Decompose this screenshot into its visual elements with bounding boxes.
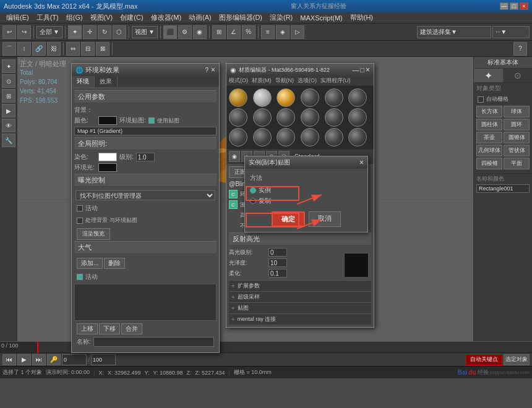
pyramid-btn[interactable]: 四棱锥 [476,158,502,169]
auto-key-btn[interactable]: 自动关键点 [466,354,502,365]
prev-frame-btn[interactable]: ⏮ [2,354,16,365]
render-setup-btn[interactable]: ⚙ [178,25,192,39]
sphere-15[interactable] [277,128,295,147]
selection-filter[interactable]: 建筑选择集▼ [417,26,491,38]
env-dialog-help[interactable]: ? [205,67,208,74]
select-btn[interactable]: ✦ [68,25,82,39]
add-atm-btn[interactable]: 添加... [77,258,103,269]
geo-sphere-btn[interactable]: 几何球体 [476,145,502,156]
instance-close[interactable]: × [359,158,364,167]
time-input[interactable]: 0 [62,354,87,365]
create-tool[interactable]: ✦ [2,59,15,73]
percent-snap-btn[interactable]: % [242,25,255,39]
diffuse-c-btn[interactable]: C [229,200,238,209]
sphere-10[interactable] [301,108,319,127]
maximize-btn[interactable]: □ [510,2,518,10]
name-input[interactable] [93,337,214,347]
extra-btn1[interactable]: ◈ [276,25,290,39]
sphere-5[interactable] [325,88,343,107]
select-all-dropdown[interactable]: 全部 ▼ [36,26,62,38]
play-btn[interactable]: ▶ [17,354,31,365]
menu-item-group[interactable]: 组(G) [62,12,87,23]
env-tab-effects[interactable]: 效果 [95,76,118,87]
list-area[interactable] [74,284,217,321]
sphere-18[interactable] [348,128,367,147]
create-tab[interactable]: ✦ [474,69,504,82]
glossiness-val[interactable] [268,258,287,267]
display-tool[interactable]: 👁 [2,119,15,132]
align-btn[interactable]: ⊟ [81,42,95,56]
menu-item-view[interactable]: 视图(V) [87,12,117,23]
expand-4[interactable]: + mental ray 连接 [229,314,371,325]
close-btn[interactable]: × [520,2,528,10]
tint-swatch[interactable] [98,153,117,161]
material-editor-btn[interactable]: ◉ [193,25,207,39]
sphere-6[interactable] [348,88,367,107]
unlink-btn[interactable]: ⛓ [47,42,61,56]
link-btn[interactable]: 🔗 [32,42,46,56]
down-btn[interactable]: 下移 [99,323,120,334]
expand-3[interactable]: + 贴图 [229,303,371,314]
plane-btn[interactable]: 平面 [504,158,530,169]
confirm-btn[interactable]: 确定 [272,211,305,227]
box-btn[interactable]: 长方体 [476,106,502,117]
torus-btn[interactable]: 圆环 [504,119,530,130]
active2-checkbox[interactable] [77,274,83,280]
env-tab-environment[interactable]: 环境 [72,76,95,87]
modify-tab[interactable]: ⊙ [504,69,533,82]
sphere-13[interactable] [229,128,247,147]
undo-btn[interactable]: ↩ [2,25,16,39]
menu-item-graph[interactable]: 图形编辑器(D) [215,12,266,23]
env-dialog-close[interactable]: × [211,66,215,74]
process-bg-checkbox[interactable] [77,218,83,224]
level-input[interactable] [136,153,155,161]
mat-editor-close[interactable]: × [366,66,370,74]
help-btn[interactable]: ? [513,42,527,56]
menu-item-edit[interactable]: 编辑(E) [2,12,33,23]
space-btn[interactable]: ⊠ [96,42,109,56]
modify-tool[interactable]: ⊙ [2,74,15,88]
scale-btn[interactable]: ⬡ [113,25,126,39]
menu-item-maxscript[interactable]: MAXScript(M) [296,14,346,22]
sphere-16[interactable] [301,128,319,147]
menu-item-create[interactable]: 创建(C) [116,12,147,23]
motion-tool[interactable]: ▶ [2,104,15,117]
mirror-btn[interactable]: ⇔ [66,42,80,56]
redo-btn[interactable]: ↪ [17,25,31,39]
bg-color-swatch[interactable] [98,116,117,125]
angle-snap-btn[interactable]: ∠ [227,25,241,39]
utility-tool[interactable]: 🔧 [2,134,15,147]
menu-item-modifier[interactable]: 修改器(M) [147,12,186,23]
spec-level-val[interactable] [268,248,287,257]
selected-obj-btn[interactable]: 选定对象 [504,354,530,365]
soften-val[interactable] [268,269,287,278]
sphere-17[interactable] [325,128,343,147]
mat-menu-nav[interactable]: 导航(N) [275,77,294,85]
copy-radio[interactable] [250,198,256,204]
move-type-btn[interactable]: ↕ [17,42,31,56]
menu-item-render[interactable]: 渲染(R) [266,12,296,23]
obj-name-field[interactable]: Rectangle001 [476,184,530,193]
mat-menu-utility[interactable]: 实用程序(U) [320,77,351,85]
snap-btn[interactable]: ⊞ [212,25,226,39]
viewport-dropdown[interactable]: 视图 ▼ [132,26,158,38]
instance-radio[interactable] [250,187,256,193]
sphere-7[interactable] [229,108,247,127]
merge-btn[interactable]: 合并 [121,323,142,334]
sphere-3[interactable] [277,88,295,107]
sphere-btn[interactable]: 球体 [504,106,530,117]
sphere-2[interactable] [253,88,272,107]
cylinder-btn[interactable]: 圆柱体 [476,119,502,130]
key-mode-btn[interactable]: 🔑 [47,354,61,365]
sphere-12[interactable] [348,108,367,127]
up-btn[interactable]: 上移 [77,323,98,334]
teapot-btn[interactable]: 茶壶 [476,132,502,143]
render-btn[interactable]: ⬛ [163,25,177,39]
mat-menu-options[interactable]: 选项(O) [298,77,317,85]
extra-btn2[interactable]: ▷ [291,25,304,39]
auto-grid-checkbox[interactable] [478,96,484,103]
map-btn[interactable]: Map #1 (Gradient) [74,127,217,135]
mat-menu-material[interactable]: 材质(M) [252,77,272,85]
sphere-8[interactable] [253,108,272,127]
env-c-btn[interactable]: C [229,190,238,198]
